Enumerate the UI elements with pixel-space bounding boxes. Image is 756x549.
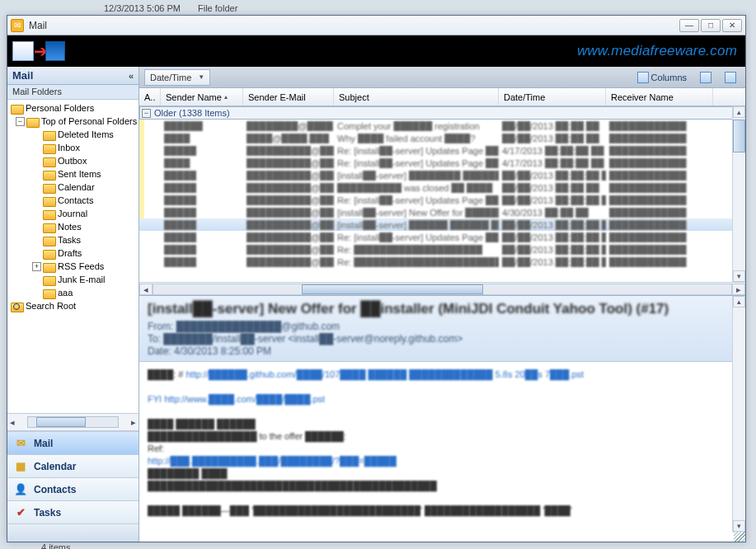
scroll-up-icon[interactable]: ▴ (733, 296, 745, 307)
message-row[interactable]: ███████████████@████.███[install██-serve… (139, 169, 745, 181)
preview-link[interactable]: http://███.██████████.███/████████/?███=… (148, 455, 737, 467)
group-header[interactable]: − Older (1338 Items) (139, 106, 745, 120)
scroll-thumb[interactable] (36, 417, 86, 427)
tree-item-label: Sent Items (58, 169, 101, 179)
scroll-right-icon[interactable]: ▸ (732, 284, 745, 295)
layout-button-1[interactable] (696, 69, 716, 86)
message-row[interactable]: ███████████████@████.█████████████ was c… (139, 181, 745, 194)
nav-section-mail[interactable]: ✉Mail (7, 431, 139, 454)
tree-item-outbox[interactable]: Outbox (7, 154, 139, 167)
preview-header: [install██-server] New Offer for ██insta… (139, 296, 745, 362)
preview-vscroll[interactable]: ▴ ▾ (732, 296, 745, 532)
column-email[interactable]: Sender E-Mail (243, 88, 334, 106)
scroll-thumb[interactable] (302, 284, 483, 294)
list-hscroll[interactable]: ◂ ▸ (139, 282, 745, 295)
message-row[interactable]: ███████████████@████.███Re: [install██-s… (139, 194, 745, 206)
expand-toggle-icon[interactable]: − (16, 117, 25, 126)
nav-pane: Mail « Mail Folders Personal Folders − T… (7, 67, 139, 542)
cell-receiver: ████████████ (606, 134, 705, 143)
tree-top[interactable]: − Top of Personal Folders (7, 115, 139, 128)
message-row[interactable]: ██████████████@████.███Complet your ████… (139, 120, 745, 132)
tree-item-contacts[interactable]: Contacts (7, 194, 139, 207)
layout-button-2[interactable] (721, 69, 740, 86)
export-target-icon[interactable] (45, 41, 65, 61)
message-row[interactable]: ███████████████@████.███Re: [install██-s… (139, 144, 745, 157)
cell-email: ████@████.███ (243, 134, 334, 143)
scroll-track[interactable] (27, 416, 119, 428)
column-date[interactable]: Date/Time (499, 88, 606, 106)
folder-tree[interactable]: Personal Folders − Top of Personal Folde… (7, 100, 139, 413)
column-attach[interactable]: A.. (139, 88, 161, 106)
column-receiver[interactable]: Receiver Name (606, 88, 713, 106)
tree-item-tasks[interactable]: Tasks (7, 233, 139, 246)
scroll-down-icon[interactable]: ▾ (733, 270, 745, 282)
column-headers[interactable]: A..Sender Name▴Sender E-MailSubjectDate/… (139, 88, 745, 106)
print-icon[interactable] (12, 41, 34, 61)
scroll-up-icon[interactable]: ▴ (733, 106, 745, 118)
message-row[interactable]: ███████████████@████.███[install██-serve… (139, 218, 745, 231)
tree-item-label: Journal (58, 209, 87, 218)
scroll-left-icon[interactable]: ◂ (139, 284, 153, 295)
folder-icon (43, 288, 54, 298)
folder-icon (43, 129, 54, 139)
nav-section-contacts[interactable]: 👤Contacts (7, 477, 139, 500)
banner-icons: ➔ (9, 39, 83, 63)
tree-item-sent-items[interactable]: Sent Items (7, 167, 139, 181)
nav-section-label: Calendar (34, 461, 76, 472)
message-row[interactable]: ███████████████@████.███Re: ████████████… (139, 243, 745, 256)
cell-subject: [install██-server] New Offer for ██████ (334, 208, 499, 218)
preview-link[interactable]: FYI http://www.████.com/████/████.pst (148, 393, 737, 406)
tree-item-journal[interactable]: Journal (7, 207, 139, 220)
resize-grip-icon[interactable] (734, 532, 745, 542)
titlebar[interactable]: ✉ Mail — □ ✕ (7, 16, 745, 35)
cell-sender: ██████ (161, 121, 243, 131)
tree-item-drafts[interactable]: Drafts (7, 246, 139, 260)
column-sender[interactable]: Sender Name▴ (161, 88, 243, 106)
minimize-button[interactable]: — (679, 19, 699, 32)
message-row[interactable]: ██████████████@████.███Re: [install██-se… (139, 157, 745, 169)
tree-item-deleted-items[interactable]: Deleted Items (7, 128, 139, 141)
nav-head-label: Mail (12, 69, 33, 82)
columns-label: Columns (651, 73, 687, 82)
sort-dropdown[interactable]: Date/Time ▼ (144, 69, 210, 86)
nav-section-calendar[interactable]: ▦Calendar (7, 454, 139, 477)
tree-item-notes[interactable]: Notes (7, 220, 139, 233)
tree-item-label: Contacts (58, 195, 93, 205)
tree-item-junk-e-mail[interactable]: Junk E-mail (7, 273, 139, 286)
list-vscroll[interactable]: ▴ ▾ (732, 106, 745, 282)
tree-item-rss-feeds[interactable]: +RSS Feeds (7, 260, 139, 273)
tree-item-label: Junk E-mail (58, 274, 105, 284)
scroll-thumb[interactable] (733, 120, 745, 152)
message-row[interactable]: ████████@████.███Why ████ failed account… (139, 132, 745, 144)
column-label: A.. (144, 92, 155, 102)
message-row[interactable]: ███████████████@████.███Re: ████████████… (139, 256, 745, 268)
cell-receiver: ████████████ (606, 232, 705, 242)
banner: ➔ www.mediafreeware.com (7, 35, 745, 67)
tree-root[interactable]: Personal Folders (7, 101, 139, 115)
preview-link[interactable]: http://██████.github.com/████/107████ ██… (185, 369, 584, 379)
nav-collapse-icon[interactable]: « (129, 71, 134, 81)
cell-date: ██/██/2013 ██:██ ██ (499, 121, 606, 131)
columns-button[interactable]: Columns (633, 69, 691, 86)
expand-toggle-icon[interactable]: + (32, 262, 41, 271)
nav-section-tasks[interactable]: ✔Tasks (7, 500, 139, 523)
message-row[interactable]: ███████████████@████.███[install██-serve… (139, 206, 745, 218)
preview-body[interactable]: ████: # http://██████.github.com/████/10… (139, 362, 745, 523)
banner-url[interactable]: www.mediafreeware.com (577, 43, 737, 59)
scroll-down-icon[interactable]: ▾ (733, 520, 745, 532)
maximize-button[interactable]: □ (701, 19, 721, 32)
tree-search-root[interactable]: Search Root (7, 299, 139, 312)
close-button[interactable]: ✕ (722, 19, 742, 32)
cell-email: ██████████@████.███ (243, 183, 334, 193)
tree-item-calendar[interactable]: Calendar (7, 181, 139, 194)
scroll-right-icon[interactable]: ▸ (129, 417, 139, 428)
tree-item-aaa[interactable]: aaa (7, 286, 139, 299)
column-subject[interactable]: Subject (334, 88, 499, 106)
tree-item-label: RSS Feeds (58, 261, 104, 271)
collapse-toggle-icon[interactable]: − (142, 109, 151, 118)
message-row[interactable]: ███████████████@████.███Re: [install██-s… (139, 231, 745, 243)
tree-item-inbox[interactable]: Inbox (7, 141, 139, 154)
nav-hscroll[interactable]: ◂ ▸ (7, 413, 139, 431)
scroll-left-icon[interactable]: ◂ (7, 417, 17, 428)
message-list[interactable]: − Older (1338 Items) ██████████████@████… (139, 106, 745, 282)
